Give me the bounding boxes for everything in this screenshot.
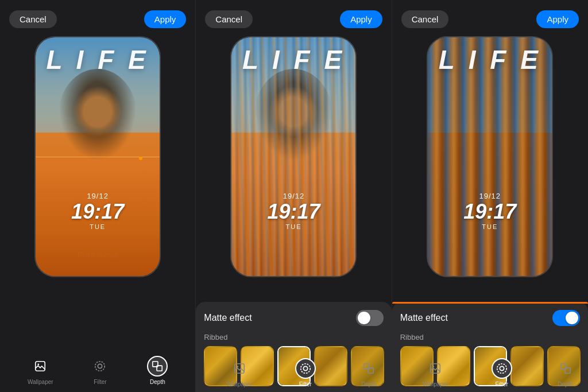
panel-2-phone-screen: L I F E 19/12 19:17 TUE bbox=[231, 37, 355, 276]
filter-icon-3 bbox=[492, 358, 512, 379]
filter-label-2: Filter bbox=[299, 381, 312, 387]
wallpaper-label-2: Wallpaper bbox=[227, 381, 253, 387]
panel-1: Cancel Apply L I F E 19/12 19:17 TUE bbox=[0, 0, 196, 392]
panel-2-toolbar: Wallpaper Filter Depth bbox=[205, 352, 400, 387]
depth-icon-3 bbox=[555, 358, 576, 379]
panel-3-cancel-button[interactable]: Cancel bbox=[401, 10, 449, 28]
svg-point-7 bbox=[237, 366, 238, 367]
wallpaper-icon-2 bbox=[229, 358, 250, 379]
wallpaper-icon-3 bbox=[425, 358, 446, 379]
svg-point-8 bbox=[303, 366, 307, 370]
panel-3-life-title: L I F E bbox=[428, 44, 552, 75]
panel-3-toolbar-filter[interactable]: Filter bbox=[492, 358, 512, 387]
panel-3-apply-button[interactable]: Apply bbox=[536, 10, 579, 28]
panel-1-clock-time: 19:17 bbox=[36, 200, 160, 223]
panel-2-apply-button[interactable]: Apply bbox=[340, 10, 382, 28]
panel-2-clock: 19/12 19:17 TUE bbox=[231, 192, 355, 230]
panel-2-toolbar-depth[interactable]: Depth bbox=[358, 358, 379, 387]
panel-1-life-title: L I F E bbox=[36, 44, 160, 75]
wallpaper-icon bbox=[30, 356, 51, 377]
panel-2-matte-toggle[interactable] bbox=[356, 310, 384, 326]
panel-2-clock-day: TUE bbox=[231, 223, 355, 230]
panel-2-toggle-knob bbox=[358, 312, 370, 324]
panel-3-matte-toggle[interactable] bbox=[552, 310, 580, 326]
panel-2-ribbed-label: Ribbed bbox=[204, 333, 383, 341]
panel-3-matte-label: Matte effect bbox=[400, 313, 448, 323]
svg-point-14 bbox=[500, 366, 504, 370]
svg-point-3 bbox=[95, 362, 105, 371]
panel-2-toolbar-wallpaper[interactable]: Wallpaper bbox=[227, 358, 253, 387]
panel-1-toolbar: Wallpaper Filter Depth bbox=[9, 350, 186, 385]
panel-1-phone-screen: L I F E 19/12 19:17 TUE Pinch to crop bbox=[36, 37, 160, 276]
filter-label-3: Filter bbox=[496, 381, 508, 387]
panel-1-header: Cancel Apply bbox=[9, 10, 186, 28]
svg-point-13 bbox=[433, 366, 435, 367]
panel-3-clock-day: TUE bbox=[428, 223, 552, 230]
panel-3-header: Cancel Apply bbox=[401, 10, 579, 28]
panel-3-toolbar: Wallpaper Filter Depth bbox=[401, 352, 588, 387]
panel-3-toolbar-wallpaper[interactable]: Wallpaper bbox=[423, 358, 448, 387]
depth-label: Depth bbox=[150, 379, 165, 385]
panel-2-phone-mockup: L I F E 19/12 19:17 TUE bbox=[230, 36, 357, 277]
face-shape bbox=[73, 86, 122, 138]
panel-2-life-title: L I F E bbox=[231, 44, 355, 75]
wallpaper-label-3: Wallpaper bbox=[423, 381, 448, 387]
panel-2-toolbar-filter[interactable]: Filter bbox=[295, 358, 316, 387]
svg-rect-0 bbox=[36, 362, 45, 371]
panel-2-matte-label: Matte effect bbox=[204, 313, 252, 323]
panel-3-phone-screen: L I F E 19/12 19:17 TUE bbox=[428, 37, 552, 276]
panel-2-clock-date: 19/12 bbox=[231, 192, 355, 200]
depth-icon-2 bbox=[358, 358, 379, 379]
panel-3-clock-time: 19:17 bbox=[428, 200, 552, 223]
panel-3-clock: 19/12 19:17 TUE bbox=[428, 192, 552, 230]
depth-icon bbox=[147, 356, 168, 377]
panel-3-clock-date: 19/12 bbox=[428, 192, 552, 200]
svg-point-15 bbox=[497, 364, 506, 374]
depth-label-2: Depth bbox=[361, 381, 377, 387]
panel-1-clock-day: TUE bbox=[36, 223, 160, 230]
svg-point-1 bbox=[38, 363, 40, 365]
filter-label: Filter bbox=[94, 379, 106, 385]
panel-3: Cancel Apply L I F E 19/12 19:17 TUE bbox=[392, 0, 588, 392]
panel-1-toolbar-depth[interactable]: Depth bbox=[147, 356, 168, 385]
panel-2-matte-row: Matte effect bbox=[204, 310, 383, 326]
filter-icon-2 bbox=[295, 358, 316, 379]
panel-1-clock-date: 19/12 bbox=[36, 192, 160, 200]
panel-1-toolbar-filter[interactable]: Filter bbox=[90, 356, 110, 385]
svg-point-9 bbox=[301, 364, 311, 374]
panel-1-apply-button[interactable]: Apply bbox=[144, 10, 187, 28]
panel-3-matte-row: Matte effect bbox=[400, 310, 580, 326]
wallpaper-label: Wallpaper bbox=[28, 379, 53, 385]
panel-1-phone-mockup: L I F E 19/12 19:17 TUE Pinch to crop bbox=[34, 36, 161, 277]
panels-container: Cancel Apply L I F E 19/12 19:17 TUE bbox=[0, 0, 588, 392]
svg-rect-6 bbox=[235, 364, 245, 374]
filter-icon bbox=[90, 356, 110, 377]
panel-2-clock-time: 19:17 bbox=[231, 200, 355, 223]
panel-2-cancel-button[interactable]: Cancel bbox=[205, 10, 253, 28]
panel-3-accent-bar bbox=[392, 302, 588, 304]
panel-3-toolbar-depth[interactable]: Depth bbox=[555, 358, 576, 387]
panel-2: Cancel Apply L I F E 19/12 19:17 TUE bbox=[196, 0, 392, 392]
panel-2-header: Cancel Apply bbox=[205, 10, 382, 28]
depth-label-3: Depth bbox=[558, 381, 573, 387]
svg-rect-12 bbox=[431, 364, 440, 374]
svg-point-2 bbox=[98, 364, 102, 368]
panel-3-phone-mockup: L I F E 19/12 19:17 TUE bbox=[427, 36, 553, 277]
panel-1-toolbar-wallpaper[interactable]: Wallpaper bbox=[28, 356, 53, 385]
panel-3-ribbed-label: Ribbed bbox=[400, 333, 580, 341]
panel-3-toggle-knob bbox=[566, 312, 578, 324]
panel-1-clock: 19/12 19:17 TUE bbox=[36, 192, 160, 230]
panel-1-cancel-button[interactable]: Cancel bbox=[9, 10, 57, 28]
